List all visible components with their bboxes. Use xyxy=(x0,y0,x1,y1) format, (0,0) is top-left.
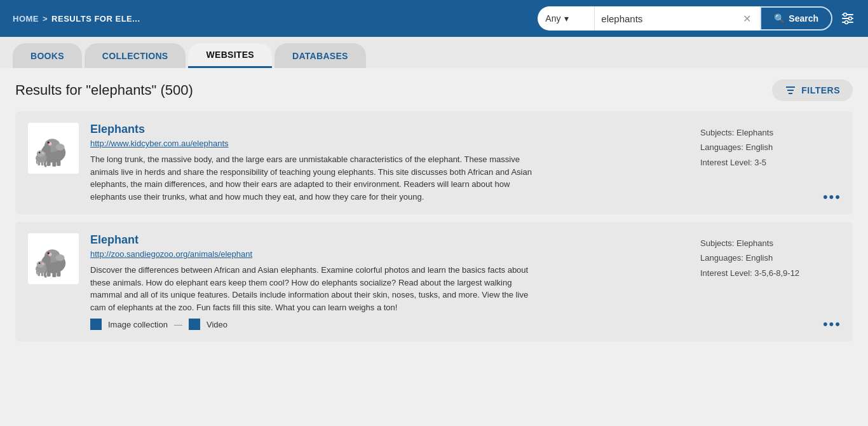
result-url-2[interactable]: http://zoo.sandiegozoo.org/animals/eleph… xyxy=(90,249,689,259)
search-button-label: Search xyxy=(789,13,818,24)
result-interest-2: Interest Level: 3-5,6-8,9-12 xyxy=(700,266,840,280)
result-content-1: Elephants http://www.kidcyber.com.au/ele… xyxy=(90,123,689,203)
main-content: Results for "elephants" (500) FILTERS xyxy=(0,68,868,361)
svg-point-23 xyxy=(39,152,41,154)
video-icon xyxy=(189,319,200,330)
result-url-1[interactable]: http://www.kidcyber.com.au/elephants xyxy=(90,139,689,148)
result-interest-1: Interest Level: 3-5 xyxy=(700,155,840,170)
more-options-button-1[interactable]: ••• xyxy=(823,189,841,205)
search-input[interactable] xyxy=(601,13,740,24)
svg-point-18 xyxy=(47,142,50,144)
svg-point-42 xyxy=(42,263,44,265)
result-description-2: Discover the differences between African… xyxy=(90,264,535,313)
result-thumbnail-1 xyxy=(28,123,79,174)
clear-search-icon[interactable]: ✕ xyxy=(740,13,754,25)
svg-point-25 xyxy=(42,153,44,155)
result-subjects-2: Subjects: Elephants xyxy=(700,236,840,251)
result-subjects-1: Subjects: Elephants xyxy=(700,125,840,140)
svg-rect-33 xyxy=(57,271,60,277)
tab-websites[interactable]: WEBSITES xyxy=(188,43,272,68)
filters-button[interactable]: FILTERS xyxy=(772,79,853,101)
svg-rect-16 xyxy=(57,160,60,166)
search-input-wrapper: ✕ xyxy=(595,6,760,31)
search-button[interactable]: 🔍 Search xyxy=(760,6,832,31)
image-collection-label: Image collection xyxy=(108,320,168,329)
search-bar: Any ▾ ✕ 🔍 Search xyxy=(538,6,855,31)
elephant-image-2 xyxy=(31,237,76,281)
search-type-dropdown[interactable]: Any ▾ xyxy=(538,6,595,31)
svg-point-28 xyxy=(56,254,65,261)
result-languages-1: Languages: English xyxy=(700,140,840,155)
svg-rect-31 xyxy=(47,271,51,277)
header: HOME > RESULTS FOR ELE... Any ▾ ✕ 🔍 Sear… xyxy=(0,0,868,37)
svg-point-40 xyxy=(39,263,41,265)
svg-point-4 xyxy=(849,17,852,20)
svg-point-3 xyxy=(844,13,847,17)
sliders-icon xyxy=(840,11,855,26)
footer-separator: — xyxy=(174,320,182,329)
result-description-1: The long trunk, the massive body, and th… xyxy=(90,153,535,203)
svg-rect-32 xyxy=(52,271,56,277)
result-title-2[interactable]: Elephant xyxy=(90,233,689,247)
breadcrumb-separator: > xyxy=(43,14,48,24)
tab-databases[interactable]: DATABASES xyxy=(275,43,366,68)
result-languages-2: Languages: English xyxy=(700,251,840,265)
search-icon: 🔍 xyxy=(774,13,785,24)
result-meta-1: Subjects: Elephants Languages: English I… xyxy=(700,123,840,203)
svg-rect-21 xyxy=(38,161,41,165)
image-collection-icon xyxy=(90,319,102,330)
tabs-nav: BOOKS COLLECTIONS WEBSITES DATABASES xyxy=(0,37,868,68)
svg-rect-38 xyxy=(38,272,41,276)
result-content-2: Elephant http://zoo.sandiegozoo.org/anim… xyxy=(90,233,689,330)
breadcrumb-home[interactable]: HOME xyxy=(13,14,39,24)
filter-icon xyxy=(785,85,796,96)
filters-button-label: FILTERS xyxy=(801,85,840,95)
svg-point-5 xyxy=(845,21,848,24)
result-meta-2: Subjects: Elephants Languages: English I… xyxy=(700,233,840,330)
search-type-label: Any xyxy=(545,13,560,24)
result-card: Elephants http://www.kidcyber.com.au/ele… xyxy=(15,111,853,214)
settings-icon-button[interactable] xyxy=(840,11,855,26)
more-options-button-2[interactable]: ••• xyxy=(823,316,841,333)
result-card-2: Elephant http://zoo.sandiegozoo.org/anim… xyxy=(15,222,853,341)
video-label: Video xyxy=(207,320,227,329)
results-title: Results for "elephants" (500) xyxy=(15,82,193,99)
results-header: Results for "elephants" (500) FILTERS xyxy=(15,79,853,101)
svg-point-11 xyxy=(56,144,65,151)
result-thumbnail-2 xyxy=(28,233,79,284)
svg-rect-39 xyxy=(41,272,44,276)
result-title-1[interactable]: Elephants xyxy=(90,123,689,136)
tab-collections[interactable]: COLLECTIONS xyxy=(85,43,186,68)
breadcrumb-current: RESULTS FOR ELE... xyxy=(51,14,140,24)
tab-books[interactable]: BOOKS xyxy=(13,43,82,68)
svg-rect-22 xyxy=(41,161,44,165)
svg-rect-14 xyxy=(47,160,51,166)
result-footer-2: Image collection — Video xyxy=(90,319,689,330)
breadcrumb: HOME > RESULTS FOR ELE... xyxy=(13,14,140,24)
svg-rect-15 xyxy=(52,161,56,167)
elephant-image-1 xyxy=(31,126,76,170)
chevron-down-icon: ▾ xyxy=(564,13,569,24)
svg-point-35 xyxy=(47,252,50,255)
